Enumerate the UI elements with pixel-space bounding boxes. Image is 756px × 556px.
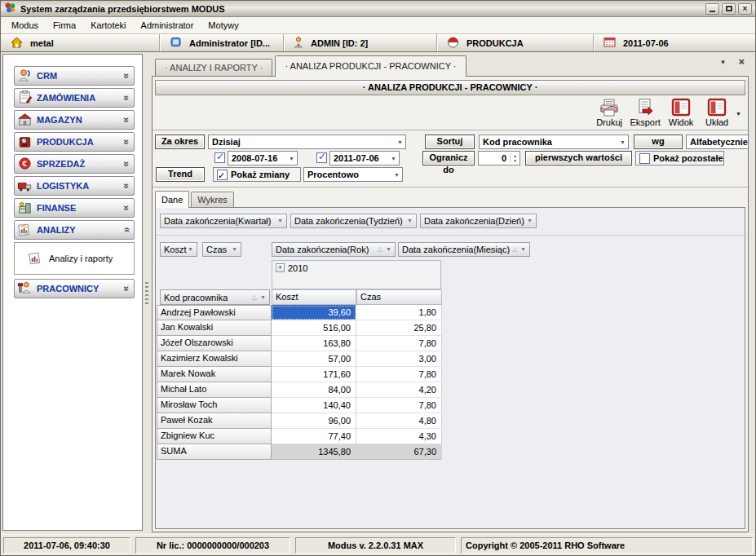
limit-suffix-button[interactable]: pierwszych wartości [525, 151, 632, 165]
cell-koszt[interactable]: 96,00 [272, 413, 356, 429]
chevron-up-icon[interactable]: » [122, 227, 133, 233]
row-header[interactable]: Paweł Kozak [157, 413, 272, 429]
pokaz-zmiany-option[interactable]: ✓ Pokaż zmiany [213, 167, 301, 182]
close-button[interactable]: × [738, 3, 752, 15]
spin-down-icon[interactable]: ▼ [513, 158, 517, 163]
cell-koszt[interactable]: 163,80 [272, 336, 356, 351]
trend-button[interactable]: Trend [156, 167, 205, 182]
cell-czas[interactable]: 25,80 [356, 320, 442, 336]
cell-koszt[interactable]: 77,40 [272, 429, 356, 444]
field-kwartal[interactable]: Data zakończenia(Kwartał)▼ [160, 214, 287, 228]
field-dzien[interactable]: Data zakończenia(Dzień)▼ [420, 214, 537, 228]
limit-spinner[interactable]: 0 ▲▼ [478, 151, 520, 165]
cell-koszt[interactable]: 171,60 [272, 367, 356, 382]
column-header-czas[interactable]: Czas [356, 289, 442, 305]
tab-list-dropdown-icon[interactable]: ▼ [719, 59, 726, 66]
chevron-down-icon[interactable]: » [122, 95, 133, 101]
ogranicz-do-button[interactable]: Ogranicz do [422, 151, 475, 165]
sidebar-item-analizy-i-raporty[interactable]: Analizy i raporty [14, 242, 135, 275]
sort-order-select[interactable]: Alfabetycznie [686, 135, 748, 149]
cell-koszt[interactable]: 140,40 [272, 398, 356, 413]
menu-administrator[interactable]: Administrator [134, 19, 201, 32]
date-to-select[interactable]: 2011-07-06▼ [329, 151, 400, 165]
wg-button[interactable]: wg [634, 135, 683, 149]
sortuj-button[interactable]: Sortuj [425, 135, 475, 149]
sidebar-item-analizy[interactable]: ANALIZY » [14, 220, 135, 240]
trend-mode-select[interactable]: Procentowo▼ [303, 167, 403, 182]
user-segment[interactable]: ADMIN [ID: 2] [284, 34, 437, 51]
tab-dane[interactable]: Dane [155, 191, 189, 208]
expand-icon[interactable]: + [276, 263, 285, 272]
cell-czas[interactable]: 7,80 [356, 398, 442, 413]
tab-close-icon[interactable]: × [738, 58, 745, 66]
cell-czas[interactable]: 4,80 [356, 413, 442, 429]
export-button[interactable]: Eksport [627, 98, 663, 129]
row-header[interactable]: Mirosław Toch [157, 398, 272, 413]
za-okres-button[interactable]: Za okres [155, 135, 205, 149]
menu-kartoteki[interactable]: Kartoteki [83, 19, 133, 32]
sidebar-item-magazyn[interactable]: MAGAZYN » [14, 110, 135, 130]
cell-koszt[interactable]: 57,00 [272, 351, 356, 367]
cell-koszt[interactable]: 1345,80 [272, 444, 356, 460]
menu-firma[interactable]: Firma [46, 19, 83, 32]
chevron-down-icon[interactable]: » [122, 117, 133, 123]
field-miesiac[interactable]: Data zakończenia(Miesiąc)△▼ [398, 242, 530, 257]
cell-koszt[interactable]: 39,60 [272, 305, 356, 320]
field-rok[interactable]: Data zakończenia(Rok)△▼ [272, 242, 396, 257]
tab-analizy-i-raporty[interactable]: · ANALIZY I RAPORTY · [155, 59, 272, 76]
pokaz-pozostale-checkbox[interactable] [639, 153, 650, 164]
row-header[interactable]: Jan Kowalski [157, 320, 272, 336]
spinner-arrows[interactable]: ▲▼ [510, 153, 519, 163]
pokaz-pozostale-option[interactable]: Pokaż pozostałe [635, 151, 724, 165]
row-header[interactable]: Kazimierz Kowalski [157, 351, 272, 367]
chevron-down-icon[interactable]: » [122, 139, 133, 145]
measure-czas[interactable]: Czas▼ [202, 242, 241, 257]
date-to-checkbox[interactable]: ✓ [316, 152, 327, 163]
cell-czas[interactable]: 4,20 [356, 382, 442, 398]
sidebar-item-zamowienia[interactable]: ZAMÓWIENIA » [14, 88, 135, 108]
layout-button[interactable]: Układ [699, 98, 735, 129]
role-segment[interactable]: Administrator [ID... [160, 34, 284, 51]
company-segment[interactable]: metal [1, 34, 160, 51]
cell-koszt[interactable]: 84,00 [272, 382, 356, 398]
chevron-down-icon[interactable]: » [122, 161, 133, 167]
cell-czas[interactable]: 7,80 [356, 367, 442, 382]
menu-modus[interactable]: Modus [4, 19, 46, 32]
row-header[interactable]: Józef Olszarowski [157, 336, 272, 351]
row-header[interactable]: Michał Lato [157, 382, 272, 398]
measure-koszt[interactable]: Koszt▼ [160, 242, 197, 257]
row-header[interactable]: Andrzej Pawłowski [157, 305, 272, 320]
date-from-select[interactable]: 2008-07-16▼ [228, 151, 298, 165]
sidebar-item-pracownicy[interactable]: PRACOWNICY » [14, 279, 135, 298]
field-tydzien[interactable]: Data zakończenia(Tydzień)▼ [290, 214, 417, 228]
date-segment[interactable]: 2011-07-06 [594, 34, 755, 51]
cell-czas[interactable]: 3,00 [356, 351, 442, 367]
pokaz-zmiany-checkbox[interactable]: ✓ [217, 170, 228, 180]
minimize-button[interactable] [705, 3, 719, 15]
sidebar-item-sprzedaz[interactable]: € SPRZEDAŻ » [14, 154, 135, 174]
sort-field-select[interactable]: Kod pracownika▼ [479, 135, 629, 149]
cell-czas[interactable]: 67,30 [356, 444, 442, 460]
cell-koszt[interactable]: 516,00 [272, 320, 356, 336]
view-button[interactable]: Widok [663, 98, 699, 129]
sidebar-item-produkcja[interactable]: PRODUKCJA » [14, 132, 135, 152]
date-from-checkbox[interactable]: ✓ [214, 152, 225, 163]
maximize-button[interactable] [722, 3, 736, 15]
period-select[interactable]: Dzisiaj▼ [208, 135, 406, 149]
row-header[interactable]: Zbigniew Kuc [157, 429, 272, 444]
print-button[interactable]: Drukuj [591, 98, 627, 129]
menu-motywy[interactable]: Motywy [201, 19, 245, 32]
row-header[interactable]: SUMA [157, 444, 272, 460]
row-field-kod-pracownika[interactable]: Kod pracownika△▼ [160, 289, 270, 305]
chevron-down-icon[interactable]: » [122, 183, 133, 189]
chevron-down-icon[interactable]: » [122, 286, 133, 292]
tab-wykres[interactable]: Wykres [191, 192, 234, 207]
more-actions-icon[interactable]: ▼ [736, 111, 741, 117]
sidebar-item-crm[interactable]: CRM » [14, 66, 135, 86]
sidebar-splitter[interactable] [143, 52, 151, 534]
sidebar-item-logistyka[interactable]: LOGISTYKA » [14, 176, 135, 196]
chevron-down-icon[interactable]: » [122, 73, 133, 79]
column-header-koszt[interactable]: Koszt [272, 289, 356, 305]
cell-czas[interactable]: 7,80 [356, 336, 442, 351]
module-segment[interactable]: PRODUKCJA [437, 34, 594, 51]
